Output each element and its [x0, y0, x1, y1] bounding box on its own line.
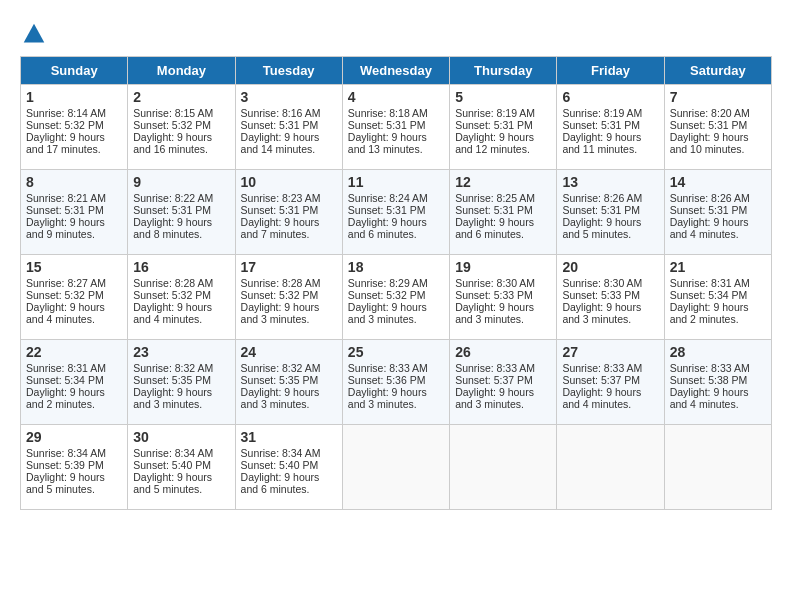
- sunrise-text: Sunrise: 8:21 AM: [26, 192, 106, 204]
- sunset-text: Sunset: 5:36 PM: [348, 374, 426, 386]
- daylight-text: Daylight: 9 hours and 3 minutes.: [455, 386, 534, 410]
- sunset-text: Sunset: 5:31 PM: [670, 204, 748, 216]
- calendar-cell: 16Sunrise: 8:28 AMSunset: 5:32 PMDayligh…: [128, 255, 235, 340]
- sunset-text: Sunset: 5:40 PM: [133, 459, 211, 471]
- sunrise-text: Sunrise: 8:26 AM: [562, 192, 642, 204]
- calendar-cell: 25Sunrise: 8:33 AMSunset: 5:36 PMDayligh…: [342, 340, 449, 425]
- sunset-text: Sunset: 5:39 PM: [26, 459, 104, 471]
- week-row-4: 22Sunrise: 8:31 AMSunset: 5:34 PMDayligh…: [21, 340, 772, 425]
- daylight-text: Daylight: 9 hours and 4 minutes.: [670, 216, 749, 240]
- day-number: 11: [348, 174, 444, 190]
- calendar-cell: 8Sunrise: 8:21 AMSunset: 5:31 PMDaylight…: [21, 170, 128, 255]
- calendar-cell: 17Sunrise: 8:28 AMSunset: 5:32 PMDayligh…: [235, 255, 342, 340]
- sunset-text: Sunset: 5:34 PM: [26, 374, 104, 386]
- daylight-text: Daylight: 9 hours and 5 minutes.: [133, 471, 212, 495]
- daylight-text: Daylight: 9 hours and 14 minutes.: [241, 131, 320, 155]
- dow-header-tuesday: Tuesday: [235, 57, 342, 85]
- day-number: 15: [26, 259, 122, 275]
- sunset-text: Sunset: 5:37 PM: [455, 374, 533, 386]
- day-number: 9: [133, 174, 229, 190]
- svg-marker-0: [24, 24, 45, 43]
- week-row-2: 8Sunrise: 8:21 AMSunset: 5:31 PMDaylight…: [21, 170, 772, 255]
- calendar-cell: 10Sunrise: 8:23 AMSunset: 5:31 PMDayligh…: [235, 170, 342, 255]
- sunset-text: Sunset: 5:32 PM: [241, 289, 319, 301]
- sunrise-text: Sunrise: 8:20 AM: [670, 107, 750, 119]
- daylight-text: Daylight: 9 hours and 16 minutes.: [133, 131, 212, 155]
- week-row-1: 1Sunrise: 8:14 AMSunset: 5:32 PMDaylight…: [21, 85, 772, 170]
- day-number: 2: [133, 89, 229, 105]
- sunset-text: Sunset: 5:31 PM: [348, 119, 426, 131]
- day-number: 8: [26, 174, 122, 190]
- sunset-text: Sunset: 5:35 PM: [241, 374, 319, 386]
- sunrise-text: Sunrise: 8:30 AM: [562, 277, 642, 289]
- page-header: [20, 20, 772, 48]
- calendar-cell: 18Sunrise: 8:29 AMSunset: 5:32 PMDayligh…: [342, 255, 449, 340]
- week-row-3: 15Sunrise: 8:27 AMSunset: 5:32 PMDayligh…: [21, 255, 772, 340]
- daylight-text: Daylight: 9 hours and 4 minutes.: [670, 386, 749, 410]
- day-number: 1: [26, 89, 122, 105]
- sunset-text: Sunset: 5:31 PM: [562, 204, 640, 216]
- calendar-cell: 11Sunrise: 8:24 AMSunset: 5:31 PMDayligh…: [342, 170, 449, 255]
- daylight-text: Daylight: 9 hours and 6 minutes.: [241, 471, 320, 495]
- calendar-cell: 23Sunrise: 8:32 AMSunset: 5:35 PMDayligh…: [128, 340, 235, 425]
- sunrise-text: Sunrise: 8:22 AM: [133, 192, 213, 204]
- daylight-text: Daylight: 9 hours and 4 minutes.: [26, 301, 105, 325]
- day-number: 17: [241, 259, 337, 275]
- sunrise-text: Sunrise: 8:32 AM: [133, 362, 213, 374]
- days-of-week-row: SundayMondayTuesdayWednesdayThursdayFrid…: [21, 57, 772, 85]
- sunset-text: Sunset: 5:32 PM: [26, 119, 104, 131]
- dow-header-friday: Friday: [557, 57, 664, 85]
- daylight-text: Daylight: 9 hours and 3 minutes.: [133, 386, 212, 410]
- sunset-text: Sunset: 5:32 PM: [133, 289, 211, 301]
- day-number: 21: [670, 259, 766, 275]
- day-number: 5: [455, 89, 551, 105]
- calendar-cell: 30Sunrise: 8:34 AMSunset: 5:40 PMDayligh…: [128, 425, 235, 510]
- sunrise-text: Sunrise: 8:30 AM: [455, 277, 535, 289]
- calendar-cell: 22Sunrise: 8:31 AMSunset: 5:34 PMDayligh…: [21, 340, 128, 425]
- sunset-text: Sunset: 5:31 PM: [26, 204, 104, 216]
- sunrise-text: Sunrise: 8:28 AM: [241, 277, 321, 289]
- week-row-5: 29Sunrise: 8:34 AMSunset: 5:39 PMDayligh…: [21, 425, 772, 510]
- sunset-text: Sunset: 5:33 PM: [455, 289, 533, 301]
- calendar-cell: 5Sunrise: 8:19 AMSunset: 5:31 PMDaylight…: [450, 85, 557, 170]
- sunrise-text: Sunrise: 8:32 AM: [241, 362, 321, 374]
- sunset-text: Sunset: 5:40 PM: [241, 459, 319, 471]
- day-number: 24: [241, 344, 337, 360]
- day-number: 29: [26, 429, 122, 445]
- daylight-text: Daylight: 9 hours and 2 minutes.: [670, 301, 749, 325]
- calendar-cell: [664, 425, 771, 510]
- day-number: 12: [455, 174, 551, 190]
- day-number: 4: [348, 89, 444, 105]
- sunrise-text: Sunrise: 8:33 AM: [562, 362, 642, 374]
- daylight-text: Daylight: 9 hours and 17 minutes.: [26, 131, 105, 155]
- calendar-cell: 28Sunrise: 8:33 AMSunset: 5:38 PMDayligh…: [664, 340, 771, 425]
- sunrise-text: Sunrise: 8:25 AM: [455, 192, 535, 204]
- calendar-cell: 29Sunrise: 8:34 AMSunset: 5:39 PMDayligh…: [21, 425, 128, 510]
- daylight-text: Daylight: 9 hours and 6 minutes.: [455, 216, 534, 240]
- calendar-cell: 21Sunrise: 8:31 AMSunset: 5:34 PMDayligh…: [664, 255, 771, 340]
- calendar-cell: 20Sunrise: 8:30 AMSunset: 5:33 PMDayligh…: [557, 255, 664, 340]
- calendar-cell: 3Sunrise: 8:16 AMSunset: 5:31 PMDaylight…: [235, 85, 342, 170]
- dow-header-thursday: Thursday: [450, 57, 557, 85]
- daylight-text: Daylight: 9 hours and 3 minutes.: [348, 301, 427, 325]
- day-number: 3: [241, 89, 337, 105]
- sunrise-text: Sunrise: 8:16 AM: [241, 107, 321, 119]
- daylight-text: Daylight: 9 hours and 3 minutes.: [241, 301, 320, 325]
- day-number: 23: [133, 344, 229, 360]
- calendar-cell: 1Sunrise: 8:14 AMSunset: 5:32 PMDaylight…: [21, 85, 128, 170]
- day-number: 25: [348, 344, 444, 360]
- calendar-cell: 19Sunrise: 8:30 AMSunset: 5:33 PMDayligh…: [450, 255, 557, 340]
- day-number: 31: [241, 429, 337, 445]
- daylight-text: Daylight: 9 hours and 2 minutes.: [26, 386, 105, 410]
- daylight-text: Daylight: 9 hours and 11 minutes.: [562, 131, 641, 155]
- daylight-text: Daylight: 9 hours and 4 minutes.: [562, 386, 641, 410]
- sunset-text: Sunset: 5:31 PM: [562, 119, 640, 131]
- sunset-text: Sunset: 5:33 PM: [562, 289, 640, 301]
- daylight-text: Daylight: 9 hours and 10 minutes.: [670, 131, 749, 155]
- calendar-table: SundayMondayTuesdayWednesdayThursdayFrid…: [20, 56, 772, 510]
- day-number: 13: [562, 174, 658, 190]
- daylight-text: Daylight: 9 hours and 9 minutes.: [26, 216, 105, 240]
- dow-header-monday: Monday: [128, 57, 235, 85]
- day-number: 22: [26, 344, 122, 360]
- calendar-cell: [450, 425, 557, 510]
